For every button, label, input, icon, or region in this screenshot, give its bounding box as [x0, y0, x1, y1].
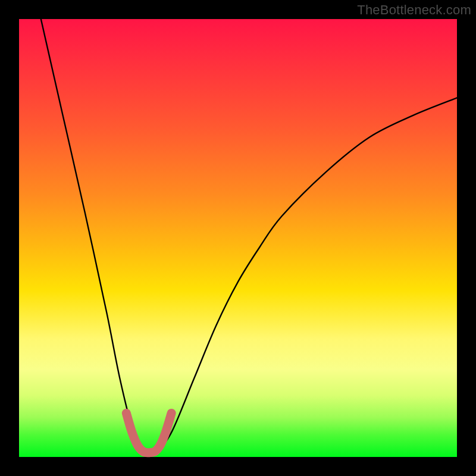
chart-frame: TheBottleneck.com	[0, 0, 476, 476]
attribution-label: TheBottleneck.com	[357, 2, 471, 18]
plot-area	[19, 19, 457, 457]
curve-layer	[19, 19, 457, 457]
bottleneck-curve	[41, 19, 457, 453]
optimal-marker	[126, 413, 171, 452]
